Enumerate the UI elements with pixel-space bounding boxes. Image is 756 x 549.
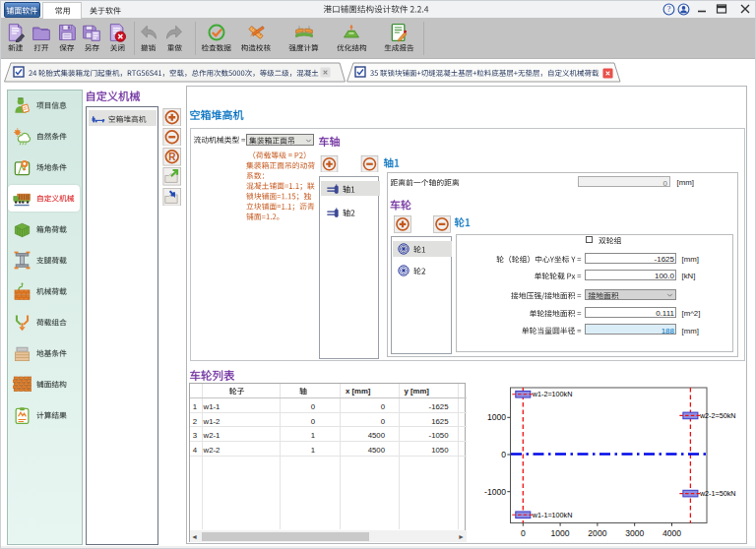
svg-text:1000: 1000 xyxy=(487,412,506,422)
svg-text:?: ? xyxy=(667,5,671,14)
svg-text:w1-1=100kN: w1-1=100kN xyxy=(532,511,573,519)
svg-text:0: 0 xyxy=(501,450,506,459)
svg-text:-1000: -1000 xyxy=(484,487,506,497)
svg-text:w1-2=100kN: w1-2=100kN xyxy=(532,390,573,398)
svg-text:2000: 2000 xyxy=(588,528,606,538)
svg-text:w2-2=50kN: w2-2=50kN xyxy=(699,411,736,420)
svg-text:w2-1=50kN: w2-1=50kN xyxy=(699,489,736,498)
svg-text:R: R xyxy=(168,152,176,162)
svg-text:4000: 4000 xyxy=(662,528,681,538)
svg-text:1000: 1000 xyxy=(551,528,570,538)
svg-text:3000: 3000 xyxy=(625,528,644,538)
svg-text:0: 0 xyxy=(521,528,526,538)
